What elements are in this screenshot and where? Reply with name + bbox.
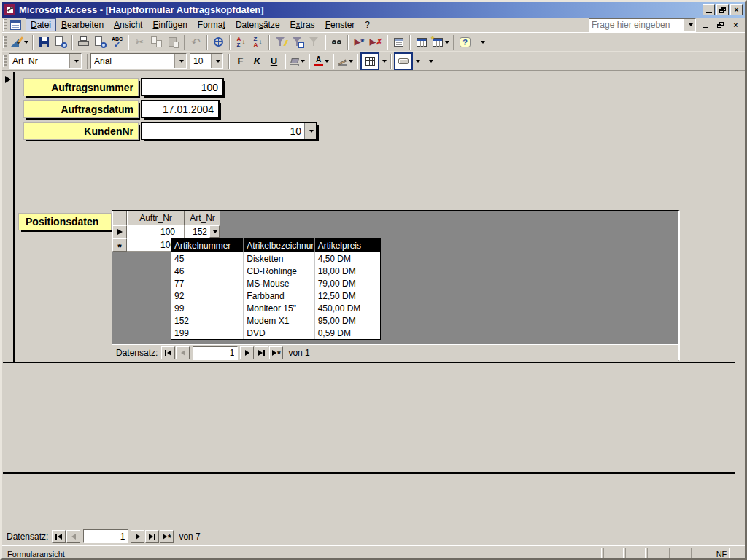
subform-nav-last-button[interactable] [255, 346, 268, 359]
properties-button[interactable] [390, 34, 407, 50]
ask-question-dropdown[interactable] [684, 19, 695, 31]
dropdown-row[interactable]: 77MS-Mouse79,00 DM [171, 277, 380, 289]
paste-button[interactable] [165, 34, 182, 50]
file-search-button[interactable] [53, 34, 69, 50]
subform-nav-first-button[interactable] [161, 346, 175, 359]
menubar-grip[interactable] [3, 19, 7, 31]
fill-color-button[interactable] [288, 53, 306, 69]
subform-record-number-input[interactable] [193, 346, 238, 360]
menu-item-ansicht[interactable]: Ansicht [109, 18, 147, 31]
bold-button[interactable]: F [232, 53, 249, 69]
spelling-button[interactable]: ABC✓ [109, 34, 125, 50]
form-system-icon[interactable] [10, 20, 21, 30]
main-nav-last-button[interactable] [145, 530, 159, 543]
delete-record-button[interactable]: ▶✗ [368, 34, 384, 50]
menu-item-einfuegen[interactable]: Einfügen [147, 18, 192, 31]
special-effect-button[interactable] [394, 52, 413, 70]
toolbar-grip[interactable] [3, 36, 7, 48]
sort-descending-button[interactable]: ZA↓ [249, 34, 266, 50]
print-preview-button[interactable] [92, 34, 109, 50]
positionsdaten-label: Positionsdaten [18, 213, 112, 230]
restore-button[interactable] [716, 4, 729, 15]
close-button[interactable]: × [730, 4, 743, 15]
save-button[interactable] [36, 34, 53, 50]
gridlines-dropdown[interactable] [379, 53, 388, 69]
kundennr-input[interactable] [142, 123, 304, 139]
dropdown-row[interactable]: 99Moniteor 15"450,00 DM [171, 302, 380, 314]
menu-item-datensaetze[interactable]: Datensätze [231, 18, 285, 31]
font-size-dropdown[interactable] [211, 54, 222, 68]
apply-filter-button[interactable] [306, 34, 322, 50]
formatting-toolbar: F K U A [2, 52, 745, 71]
main-nav-next-button[interactable] [131, 530, 144, 543]
datasheet-header-row: Auftr_Nr Art_Nr [112, 211, 220, 225]
cut-button[interactable]: ✂ [131, 34, 148, 50]
toolbar-options-button[interactable] [422, 53, 438, 69]
undo-button[interactable]: ↶ [187, 34, 204, 50]
field-selector-dropdown[interactable] [69, 54, 81, 68]
menu-item-hilfe[interactable]: ? [360, 18, 375, 31]
kundennr-dropdown-button[interactable] [304, 123, 316, 139]
help-button[interactable]: ? [457, 34, 473, 50]
copy-button[interactable] [148, 34, 165, 50]
underline-button[interactable]: U [266, 53, 282, 69]
column-header-auftr-nr[interactable]: Auftr_Nr [127, 211, 185, 225]
special-effect-dropdown[interactable] [413, 53, 422, 69]
subform-nav-new-button[interactable]: * [269, 346, 283, 359]
line-color-button[interactable] [336, 53, 355, 69]
art-nr-value[interactable]: 152 [185, 225, 209, 238]
main-nav-first-button[interactable] [52, 530, 66, 543]
menu-item-format[interactable]: Format [193, 18, 231, 31]
row-selector-current[interactable] [112, 225, 127, 238]
hyperlink-button[interactable] [210, 34, 227, 50]
subform-nav-previous-button[interactable] [176, 346, 190, 359]
mdi-close-button[interactable]: × [729, 20, 742, 31]
database-window-button[interactable] [413, 34, 430, 50]
artikel-dropdown-list: Artikelnummer Atrikelbezeichnung Artikel… [171, 238, 381, 340]
print-button[interactable] [75, 34, 92, 50]
menu-item-bearbeiten[interactable]: Bearbeiten [56, 18, 109, 31]
font-size-input[interactable] [190, 55, 211, 67]
menu-item-datei[interactable]: Datei [26, 18, 56, 31]
new-record-button[interactable]: ▶* [351, 34, 368, 50]
subform-nav-next-button[interactable] [240, 346, 254, 359]
undo-icon: ↶ [191, 36, 201, 47]
mdi-minimize-button[interactable] [699, 20, 711, 31]
italic-button[interactable]: K [249, 53, 266, 69]
dropdown-row[interactable]: 199DVD0,59 DM [171, 327, 380, 339]
column-header-art-nr[interactable]: Art_Nr [185, 211, 220, 225]
mdi-restore-button[interactable] [714, 20, 727, 31]
menu-item-fenster[interactable]: Fenster [320, 18, 360, 31]
filter-by-form-button[interactable] [289, 34, 306, 50]
cell-auftr-nr[interactable]: 100 [127, 225, 185, 238]
minimize-button[interactable] [703, 4, 715, 15]
menu-item-extras[interactable]: Extras [285, 18, 320, 31]
datasheet-selector-header[interactable] [112, 211, 127, 225]
find-button[interactable] [328, 34, 345, 50]
art-nr-combo-button[interactable] [209, 225, 220, 238]
view-button[interactable] [9, 34, 30, 50]
dropdown-row[interactable]: 152Modem X195,00 DM [171, 314, 380, 327]
ask-question-input[interactable] [589, 20, 684, 31]
gridlines-button[interactable] [360, 52, 379, 70]
form-record-selector-bar[interactable] [3, 72, 15, 362]
sort-ascending-button[interactable]: AZ↓ [233, 34, 249, 50]
main-nav-previous-button[interactable] [66, 530, 80, 543]
toolbar-options-button[interactable] [473, 34, 490, 50]
font-color-button[interactable]: A [312, 53, 330, 69]
row-selector-new[interactable]: * [112, 238, 127, 252]
dropdown-row[interactable]: 46CD-Rohlinge18,00 DM [171, 265, 380, 277]
main-nav-new-button[interactable]: * [160, 530, 174, 543]
dropdown-row[interactable]: 92Farbband12,50 DM [171, 289, 380, 302]
new-object-button[interactable]: * [430, 34, 451, 50]
filter-by-selection-button[interactable] [272, 34, 289, 50]
auftragsnummer-input[interactable] [141, 78, 224, 96]
font-name-dropdown[interactable] [174, 54, 186, 68]
main-record-number-input[interactable] [83, 529, 128, 543]
auftragsdatum-input[interactable] [141, 100, 220, 118]
font-name-input[interactable] [91, 55, 174, 67]
datasheet-row-current: 100 152 [112, 225, 220, 238]
dropdown-row[interactable]: 45Disketten4,50 DM [171, 252, 380, 265]
field-selector-input[interactable] [9, 55, 69, 67]
toolbar-grip[interactable] [3, 55, 7, 67]
